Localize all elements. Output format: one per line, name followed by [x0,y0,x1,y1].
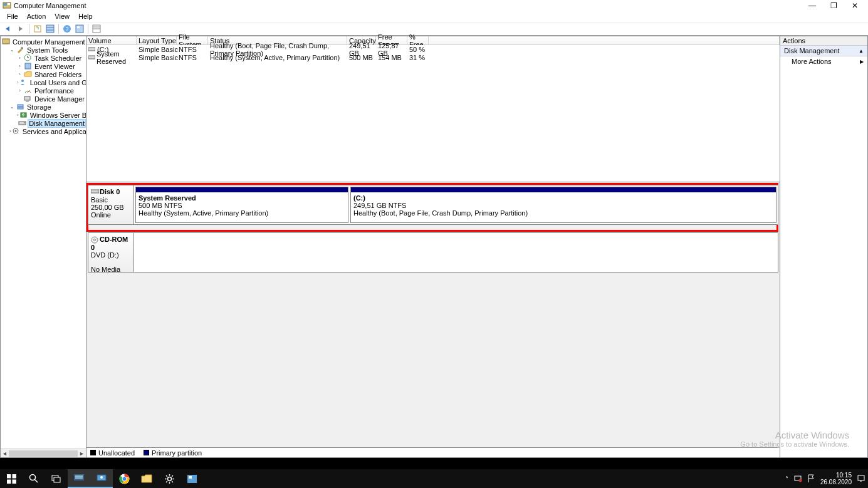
svg-line-59 [172,475,173,477]
menu-view[interactable]: View [50,13,74,20]
svg-point-35 [94,239,96,241]
svg-point-40 [30,475,36,480]
tree-services[interactable]: › Services and Applications [2,127,86,135]
chevron-right-icon: ▶ [860,59,864,65]
backup-icon [19,111,28,120]
collapse-icon[interactable]: ⌄ [9,104,15,110]
col-filesystem[interactable]: File System [177,36,208,44]
forward-icon[interactable] [15,23,26,34]
tree-windows-backup[interactable]: › Windows Server Backup [2,111,86,119]
main-area: Computer Management (Local ⌄ System Tool… [0,36,868,458]
partition-system-reserved[interactable]: System Reserved 500 MB NTFS Healthy (Sys… [135,187,348,223]
taskbar-explorer-icon[interactable] [135,469,158,488]
search-icon[interactable] [23,469,45,488]
tray-flag-icon[interactable] [807,474,815,483]
tree-disk-management[interactable]: Disk Management [2,119,86,127]
mid-panel: Volume Layout Type File System Status Ca… [86,36,780,458]
cdrom-icon [91,236,100,244]
svg-line-58 [166,481,167,482]
toolbar-separator [29,24,29,34]
table-view-icon[interactable] [91,23,102,34]
toolbar-separator [58,24,59,34]
svg-point-48 [100,476,103,479]
svg-point-51 [167,477,171,480]
tree-local-users[interactable]: › Local Users and Groups [2,78,86,86]
tree-performance[interactable]: › Performance [2,86,86,95]
svg-rect-36 [7,474,11,479]
taskbar-app-icon[interactable] [180,469,203,488]
tree-task-scheduler[interactable]: › Task Scheduler [2,54,86,62]
collapse-icon[interactable]: ⌄ [9,47,15,53]
tray-notifications-icon[interactable] [857,474,865,483]
menu-file[interactable]: File [3,13,23,20]
help-icon[interactable]: ? [61,23,73,34]
svg-point-63 [798,479,802,482]
close-button[interactable]: ✕ [844,0,865,11]
svg-point-20 [21,80,24,82]
tree-device-manager[interactable]: Device Manager [2,95,86,103]
svg-line-56 [166,475,167,477]
drive-icon [88,55,95,60]
col-type[interactable]: Type [159,36,177,44]
scroll-right-icon[interactable]: ► [79,450,85,457]
taskbar: ˄ 10:15 26.08.2020 [0,469,868,488]
svg-rect-25 [18,107,23,109]
expand-icon[interactable]: › [9,128,11,134]
svg-point-15 [21,47,23,49]
taskbar-settings-icon[interactable] [158,469,180,488]
svg-rect-22 [24,96,30,100]
tree-scrollbar[interactable]: ◄ ► [1,449,86,457]
toolbar: ? [0,22,868,36]
volume-row[interactable]: (C:) Simple Basic NTFS Healthy (Boot, Pa… [86,45,780,53]
partition-c[interactable]: (C:) 249,51 GB NTFS Healthy (Boot, Page … [350,187,776,223]
expand-icon[interactable]: › [17,112,19,118]
tray-clock[interactable]: 10:15 26.08.2020 [820,472,852,485]
tree-shared-folders[interactable]: › Shared Folders [2,70,86,78]
tree-storage[interactable]: ⌄ Storage [2,103,86,111]
taskbar-server-manager-icon[interactable] [68,469,90,488]
refresh-icon[interactable] [32,23,43,34]
actions-more-actions[interactable]: More Actions ▶ [780,56,867,66]
settings-list-icon[interactable] [74,23,85,34]
grid-view-icon[interactable] [44,23,56,34]
col-layout[interactable]: Layout [137,36,159,44]
disk-graphical-view: Disk 0 Basic 250,00 GB Online System Res… [86,182,780,457]
svg-rect-1 [4,3,7,6]
disk-row-disk0[interactable]: Disk 0 Basic 250,00 GB Online System Res… [88,185,778,225]
tree-root[interactable]: Computer Management (Local [2,38,86,46]
taskbar-computer-mgmt-icon[interactable] [90,469,113,488]
scroll-left-icon[interactable]: ◄ [2,450,8,457]
svg-point-50 [122,477,127,481]
expand-icon[interactable]: › [17,88,23,93]
col-volume[interactable]: Volume [86,36,137,44]
tree-system-tools[interactable]: ⌄ System Tools [2,46,86,54]
expand-icon[interactable]: › [17,55,23,61]
start-button[interactable] [0,469,23,488]
actions-disk-management[interactable]: Disk Management ▲ [780,46,867,56]
svg-rect-39 [12,479,16,484]
minimize-button[interactable]: — [802,0,823,11]
svg-rect-38 [7,479,11,484]
menu-help[interactable]: Help [74,13,97,20]
tray-network-icon[interactable] [793,475,802,482]
tree-event-viewer[interactable]: › Event Viewer [2,62,86,70]
task-view-icon[interactable] [45,469,68,488]
tray-chevron-icon[interactable]: ˄ [785,475,788,482]
maximize-button[interactable]: ❐ [823,0,844,11]
disk-info: CD-ROM 0 DVD (D:) No Media [88,233,134,272]
disk-row-cdrom[interactable]: CD-ROM 0 DVD (D:) No Media [88,232,778,273]
back-icon[interactable] [3,23,14,34]
scroll-thumb[interactable] [9,450,78,457]
expand-icon[interactable]: › [17,71,23,77]
menu-action[interactable]: Action [23,13,51,20]
taskbar-chrome-icon[interactable] [113,469,135,488]
expand-icon[interactable]: › [17,63,23,69]
volume-row[interactable]: System Reserved Simple Basic NTFS Health… [86,53,780,61]
expand-icon[interactable]: › [17,80,19,85]
disk-icon [91,189,100,196]
svg-rect-45 [75,475,83,477]
menubar: File Action View Help [0,11,868,22]
app-icon [3,1,11,10]
col-pctfree[interactable]: % Free [407,36,429,44]
svg-rect-64 [858,475,864,480]
